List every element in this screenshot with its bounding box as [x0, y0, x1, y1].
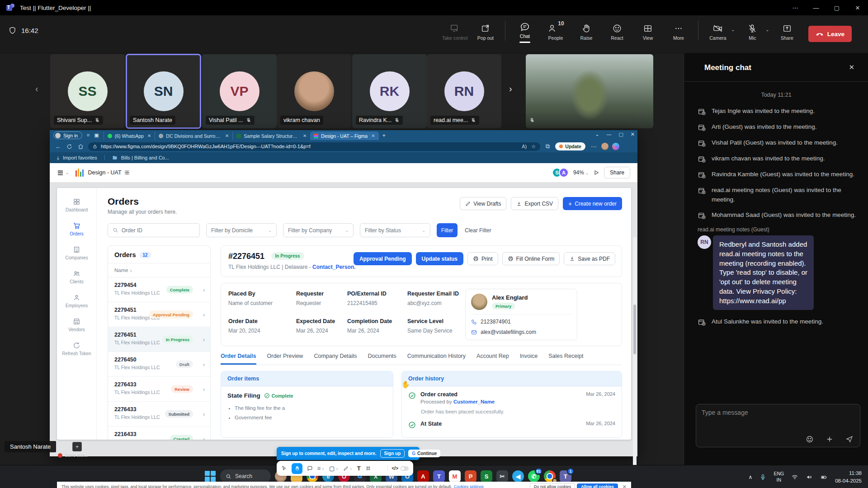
fill-online-form-button[interactable]: Fill Online Form [502, 252, 560, 265]
sidebar-item-orders[interactable]: Orders [70, 222, 84, 236]
present-play-icon[interactable] [593, 169, 599, 176]
sidebar-item-clients[interactable]: Clients [70, 270, 84, 284]
create-new-order-button[interactable]: + Create new order [563, 197, 622, 210]
share-button[interactable]: Share [773, 21, 801, 41]
taskbar-clock[interactable]: 11:3808-04-2025 [835, 469, 862, 484]
tab-close-icon[interactable]: ✕ [371, 133, 375, 138]
browser-profile-avatar[interactable] [601, 143, 609, 150]
window-maximize-button[interactable]: ▢ [826, 5, 847, 11]
presenter-pin-button[interactable]: + [72, 442, 82, 451]
tab-account-rep[interactable]: Account Rep [476, 353, 509, 365]
tab-order-preview[interactable]: Order Preview [267, 353, 303, 365]
view-drafts-button[interactable]: View Drafts [460, 197, 506, 210]
gmail-icon[interactable]: M [449, 470, 461, 482]
refresh-icon[interactable] [66, 144, 72, 150]
back-icon[interactable]: ← [55, 143, 61, 150]
favorites-folder[interactable]: Bills | Billing and Co... [121, 155, 169, 160]
tab-close-icon[interactable]: ✕ [147, 133, 151, 138]
tab-company-details[interactable]: Company Details [314, 353, 357, 365]
figma-main-menu[interactable]: ⌄ [57, 169, 69, 176]
cookie-settings-link[interactable]: Cookies settings [454, 484, 484, 488]
import-favorites-link[interactable]: Import favorites [63, 155, 97, 160]
shape-tool-icon[interactable]: ▢⌄ [329, 465, 339, 472]
more-button[interactable]: More [665, 21, 693, 41]
zoom-level[interactable]: 94% ⌄ [573, 169, 589, 176]
print-button[interactable]: Print [467, 252, 498, 265]
attach-plus-icon[interactable] [826, 435, 834, 443]
chat-close-icon[interactable]: ✕ [849, 63, 854, 71]
hand-tool-icon[interactable] [292, 463, 302, 474]
order-row-selected[interactable]: 2276451TL Flex Holdings LLC In Progress› [108, 327, 210, 352]
window-more-icon[interactable]: ⋯ [785, 5, 806, 11]
approval-pending-button[interactable]: Approval Pending [354, 252, 412, 265]
take-control-button[interactable]: Take control [441, 21, 469, 41]
contact-person-link[interactable]: Contact_Person. [312, 264, 355, 270]
send-icon[interactable] [845, 435, 854, 443]
sidebar-item-companies[interactable]: Companies [65, 246, 88, 260]
tab-search-icon[interactable]: ⌄ [595, 131, 599, 137]
wifi-icon[interactable] [791, 474, 798, 480]
move-tool-icon[interactable] [281, 465, 287, 471]
read-aloud-icon[interactable]: A) [522, 144, 527, 150]
vertical-tabs-icon[interactable]: ▣ [94, 132, 99, 138]
chat-input-box[interactable] [696, 404, 860, 447]
dev-mode-toggle[interactable]: </> [387, 466, 409, 471]
figma-share-button[interactable]: Share [604, 167, 630, 178]
order-id-search[interactable] [108, 223, 200, 237]
cookie-close-icon[interactable]: ✕ [623, 484, 627, 488]
scroll-right-icon[interactable]: › [509, 84, 512, 94]
text-tool-icon[interactable]: T [357, 465, 361, 472]
browser-tab[interactable]: (6) WhatsApp✕ [104, 131, 155, 140]
page-scrollbar[interactable] [633, 237, 637, 488]
powerpoint-icon[interactable]: P [465, 470, 476, 482]
video-tile-camera-on[interactable] [526, 54, 653, 128]
tray-chevron-icon[interactable]: ∧ [749, 474, 753, 480]
favorite-star-icon[interactable]: ☆ [531, 144, 536, 150]
video-tile[interactable]: VP Vishal Patil ... [202, 54, 277, 128]
contact-email[interactable]: alex@vstatefilings.com [481, 329, 536, 335]
order-row[interactable]: 2276433TL Flex Holdings LLC Review› [108, 377, 210, 402]
pen-tool-icon[interactable]: ⌄ [343, 466, 353, 471]
sidebar-item-refresh-token[interactable]: Refresh Token [62, 342, 91, 356]
whatsapp-icon[interactable]: ✆ 81 [528, 470, 540, 482]
order-id-input[interactable] [122, 227, 189, 234]
acrobat-icon[interactable]: A [417, 470, 429, 482]
allow-cookies-button[interactable]: Allow all cookies [577, 483, 618, 488]
figma-file-title[interactable]: Design - UAT [88, 169, 130, 176]
snip-icon[interactable]: ✂ [496, 470, 508, 482]
scrollbar-thumb[interactable] [633, 305, 636, 354]
start-button[interactable] [204, 470, 216, 482]
react-button[interactable]: React [603, 21, 631, 41]
browser-update-button[interactable]: Update [555, 142, 585, 150]
order-row[interactable]: 2276450TL Flex Holdings LLC Draft› [108, 352, 210, 377]
raise-hand-button[interactable]: Raise [572, 21, 600, 41]
teams-classic-icon[interactable]: T [433, 470, 445, 482]
clear-filter-button[interactable]: Clear Filter [465, 227, 491, 234]
chat-message-input[interactable] [702, 409, 837, 416]
window-close-button[interactable]: ✕ [847, 5, 868, 11]
filter-domicile-select[interactable]: Filter by Domicile⌄ [206, 223, 277, 237]
window-minimize-button[interactable]: — [806, 5, 826, 11]
teams-icon[interactable]: T 1 [560, 470, 571, 482]
tab-close-icon[interactable]: ✕ [303, 133, 307, 138]
browser-tab[interactable]: DC Divisions and Surroundings✕ [155, 131, 232, 140]
frame-tool-icon[interactable]: ⌗⌄ [317, 465, 325, 472]
mic-button[interactable]: Mic [738, 21, 766, 41]
filter-company-select[interactable]: Filter by Company⌄ [283, 223, 354, 237]
order-row[interactable]: 2279451TL Flex Holdings LLC Approval Pen… [108, 302, 210, 327]
leave-button[interactable]: Leave [808, 26, 852, 42]
order-row[interactable]: 2216433TL Flex Holdings LLC Created› [108, 427, 210, 440]
sidebar-item-employees[interactable]: Employees [66, 294, 88, 308]
browser-tab-active[interactable]: Design - UAT – Figma✕ [310, 131, 378, 140]
camera-options-chevron-icon[interactable]: ⌄ [731, 27, 735, 32]
tab-close-icon[interactable]: ✕ [225, 133, 229, 138]
settings-more-icon[interactable]: ⋯ [591, 143, 597, 150]
order-row[interactable]: 2279454TL Flex Holdings LLC Complete› [108, 277, 210, 302]
new-tab-icon[interactable]: + [382, 132, 386, 139]
tab-invoice[interactable]: Invoice [520, 353, 538, 365]
deny-cookies-button[interactable]: Do not allow cookies [530, 483, 576, 488]
chat-button[interactable]: Chat [511, 19, 539, 43]
home-icon[interactable] [78, 144, 84, 150]
tray-mic-icon[interactable] [760, 474, 766, 480]
tab-documents[interactable]: Documents [368, 353, 396, 365]
